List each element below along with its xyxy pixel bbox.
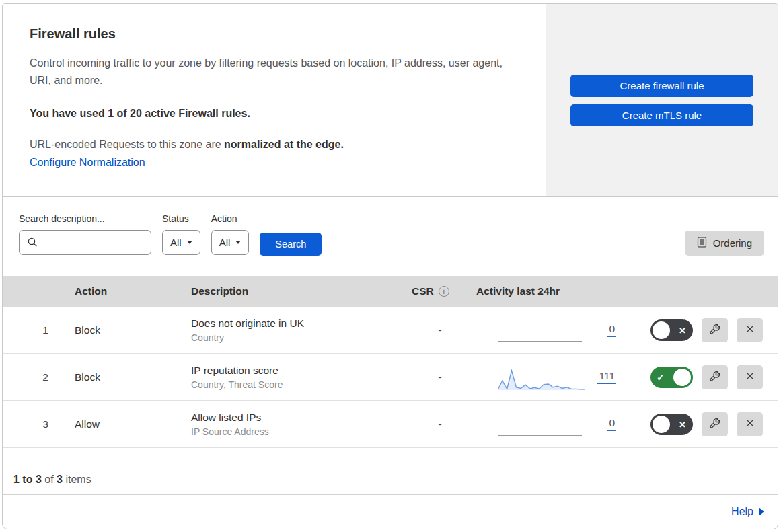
rule-activity-cell: 111: [474, 354, 628, 400]
info-icon[interactable]: i: [439, 286, 449, 297]
rule-description: IP reputation score: [191, 365, 406, 377]
create-mtls-rule-button[interactable]: Create mTLS rule: [570, 104, 753, 126]
header-activity: Activity last 24hr: [474, 285, 628, 297]
close-icon: [745, 371, 755, 383]
rule-enabled-toggle[interactable]: ✓ ✕: [650, 319, 693, 341]
pagination-items: items: [65, 473, 91, 485]
rule-criteria: Country: [191, 332, 406, 343]
firewall-rules-page: Firewall rules Control incoming traffic …: [2, 3, 778, 529]
header-section: Firewall rules Control incoming traffic …: [3, 4, 778, 197]
normalization-note-text: URL-encoded Requests to this zone are: [30, 139, 221, 150]
rule-activity-cell: 0: [474, 307, 628, 353]
action-label: Action: [211, 213, 250, 224]
rule-criteria: Country, Threat Score: [191, 379, 406, 390]
rule-description-cell: Does not originate in UK Country: [191, 317, 406, 343]
ordering-button[interactable]: Ordering: [685, 231, 764, 256]
search-box: [19, 230, 151, 255]
toggle-knob: [673, 369, 691, 386]
rule-enabled-toggle[interactable]: ✓ ✕: [650, 367, 693, 388]
help-link[interactable]: Help: [731, 506, 764, 518]
activity-count-link[interactable]: 0: [607, 323, 616, 337]
rule-controls: ✓ ✕: [628, 412, 778, 436]
pagination-range: 1 to 3: [13, 473, 42, 485]
action-dropdown-value: All: [219, 237, 231, 248]
chevron-down-icon: [235, 241, 241, 244]
header-csr-label: CSR: [412, 285, 434, 297]
activity-sparkline: [498, 416, 585, 439]
rule-csr: -: [406, 324, 474, 336]
pagination-text: 1 to 3 of 3 items: [13, 473, 91, 486]
status-filter-group: Status All: [162, 213, 200, 255]
pagination-total: 3: [57, 473, 63, 485]
header-text-panel: Firewall rules Control incoming traffic …: [3, 4, 546, 196]
wrench-icon: [709, 324, 720, 337]
usage-summary: You have used 1 of 20 active Firewall ru…: [30, 108, 519, 120]
normalization-note-bold: normalized at the edge.: [224, 139, 344, 150]
rule-priority: 3: [3, 418, 75, 430]
configure-normalization-link[interactable]: Configure Normalization: [30, 157, 145, 169]
delete-rule-button[interactable]: [737, 412, 763, 436]
search-label: Search description...: [19, 213, 151, 224]
search-group: Search description...: [19, 213, 151, 255]
toggle-knob: [653, 416, 670, 433]
rule-csr: -: [406, 371, 474, 383]
rule-controls: ✓ ✕: [628, 365, 778, 389]
ordering-list-icon: [697, 237, 707, 250]
rule-description-cell: IP reputation score Country, Threat Scor…: [191, 365, 406, 390]
chevron-down-icon: [187, 241, 192, 244]
check-icon: ✓: [657, 372, 665, 383]
table-row: 2 Block IP reputation score Country, Thr…: [3, 354, 778, 401]
header-action: Action: [75, 285, 191, 297]
status-dropdown[interactable]: All: [162, 230, 200, 255]
close-icon: [745, 418, 755, 430]
page-description: Control incoming traffic to your zone by…: [30, 54, 519, 89]
rule-priority: 2: [3, 371, 75, 383]
activity-count-link[interactable]: 0: [607, 417, 616, 431]
rule-description-cell: Allow listed IPs IP Source Address: [191, 412, 406, 437]
delete-rule-button[interactable]: [737, 318, 763, 342]
status-label: Status: [162, 213, 200, 224]
activity-sparkline: [498, 322, 585, 345]
rule-description: Allow listed IPs: [191, 412, 406, 424]
create-firewall-rule-button[interactable]: Create firewall rule: [570, 75, 753, 97]
rule-csr: -: [406, 418, 474, 430]
rule-action: Block: [75, 324, 191, 336]
normalization-note: URL-encoded Requests to this zone are no…: [30, 139, 519, 151]
rule-criteria: IP Source Address: [191, 426, 406, 437]
search-button[interactable]: Search: [260, 233, 322, 256]
table-row: 3 Allow Allow listed IPs IP Source Addre…: [3, 401, 778, 448]
rule-activity-cell: 0: [474, 401, 628, 447]
x-icon: ✕: [679, 419, 686, 429]
edit-rule-button[interactable]: [702, 318, 728, 342]
status-dropdown-value: All: [170, 237, 182, 248]
edit-rule-button[interactable]: [702, 412, 728, 436]
toggle-knob: [653, 321, 670, 339]
triangle-right-icon: [759, 508, 764, 516]
ordering-button-label: Ordering: [713, 237, 752, 249]
delete-rule-button[interactable]: [737, 365, 763, 389]
table-header: Action Description CSR i Activity last 2…: [3, 276, 778, 307]
help-link-label: Help: [731, 506, 753, 518]
rule-action: Block: [75, 371, 191, 383]
rule-controls: ✓ ✕: [628, 318, 778, 342]
header-description: Description: [191, 285, 406, 297]
wrench-icon: [709, 371, 720, 384]
action-filter-group: Action All: [211, 213, 250, 255]
search-input[interactable]: [19, 230, 151, 255]
page-title: Firewall rules: [30, 26, 519, 42]
activity-count-link[interactable]: 111: [597, 370, 616, 384]
rule-description: Does not originate in UK: [191, 317, 406, 330]
help-bar: Help: [3, 495, 778, 529]
rule-enabled-toggle[interactable]: ✓ ✕: [650, 414, 693, 435]
action-dropdown[interactable]: All: [211, 230, 250, 255]
wrench-icon: [709, 418, 720, 431]
activity-sparkline: [498, 369, 585, 392]
edit-rule-button[interactable]: [702, 365, 728, 389]
table-row: 1 Block Does not originate in UK Country…: [3, 307, 778, 354]
actions-panel: Create firewall rule Create mTLS rule: [546, 4, 778, 196]
rule-action: Allow: [75, 418, 191, 430]
pagination-summary: 1 to 3 of 3 items: [3, 448, 778, 495]
filter-bar: Search description... Status All Action …: [3, 197, 778, 276]
rule-priority: 1: [3, 324, 75, 336]
x-icon: ✕: [679, 325, 686, 335]
